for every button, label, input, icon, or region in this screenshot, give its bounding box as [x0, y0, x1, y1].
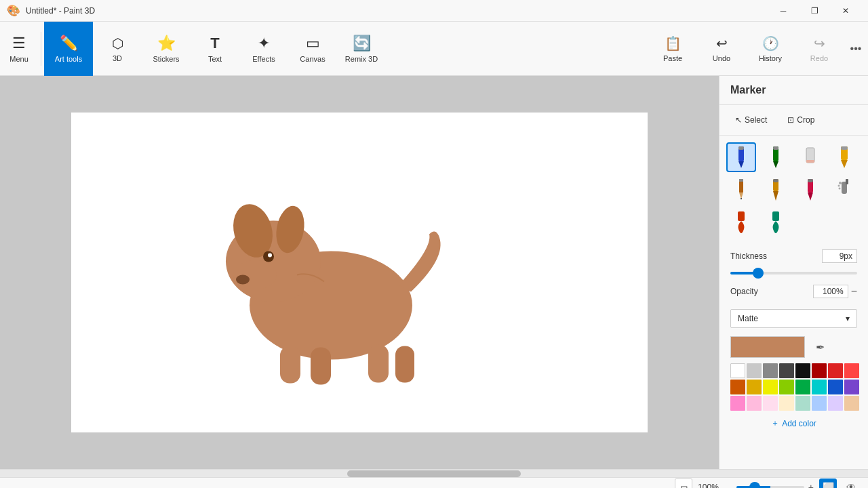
color-cell-7[interactable] — [844, 363, 859, 378]
minimize-button[interactable]: ─ — [768, 0, 799, 22]
main-color-row: ✒ — [730, 336, 857, 358]
history-button[interactable]: 🕐 History — [746, 22, 795, 76]
tool-watercolor[interactable] — [795, 175, 825, 205]
panel-title: Marker — [719, 76, 868, 105]
tool-calligraphy[interactable] — [761, 142, 791, 172]
color-cell-13[interactable] — [812, 380, 827, 394]
zoom-plus-button[interactable]: + — [808, 482, 814, 489]
matte-dropdown[interactable]: Matte ▾ — [730, 309, 857, 328]
spray-icon — [835, 178, 854, 202]
thickness-slider[interactable] — [730, 272, 857, 274]
2d-view-button[interactable]: ⬜ — [819, 479, 837, 489]
watercolor-icon — [801, 178, 820, 202]
remix3d-icon: 🔄 — [353, 35, 371, 52]
color-cell-5[interactable] — [812, 363, 827, 378]
toolbar-effects[interactable]: ✦ Effects — [239, 22, 288, 76]
select-button[interactable]: ↖ Select — [728, 112, 774, 128]
svg-rect-8 — [395, 346, 414, 383]
toolbar-remix3d[interactable]: 🔄 Remix 3D — [337, 22, 386, 76]
maximize-button[interactable]: ❐ — [799, 0, 830, 22]
toolbar-stickers[interactable]: ⭐ Stickers — [142, 22, 191, 76]
color-cell-2[interactable] — [763, 363, 778, 378]
select-label: Select — [745, 115, 767, 125]
canvas-toggle-button[interactable]: ▭ — [675, 479, 692, 489]
horizontal-scrollbar[interactable] — [0, 469, 868, 477]
canvas-area[interactable] — [0, 76, 719, 469]
undo-icon: ↩ — [716, 35, 728, 52]
text-label: Text — [208, 55, 222, 63]
tool-oil-brush[interactable] — [761, 175, 791, 205]
tool-eraser[interactable] — [795, 142, 825, 172]
color-cell-15[interactable] — [844, 380, 859, 394]
tool-highlighter[interactable] — [829, 142, 859, 172]
color-cell-8[interactable] — [730, 380, 745, 394]
toolbar-canvas[interactable]: ▭ Canvas — [288, 22, 337, 76]
menu-button[interactable]: ☰ Menu — [0, 22, 38, 76]
close-button[interactable]: ✕ — [830, 0, 861, 22]
tool-fill-red[interactable] — [726, 207, 756, 237]
color-cell-16[interactable] — [730, 396, 745, 411]
color-cell-1[interactable] — [747, 363, 762, 378]
svg-point-11 — [268, 253, 272, 258]
add-color-button[interactable]: ＋ Add color — [730, 413, 857, 433]
svg-rect-34 — [846, 179, 848, 184]
calligraphy-icon — [766, 145, 785, 169]
toolbar-text[interactable]: T Text — [191, 22, 239, 76]
color-cell-12[interactable] — [795, 380, 810, 394]
color-cell-22[interactable] — [828, 396, 843, 411]
color-cell-23[interactable] — [844, 396, 859, 411]
more-options-button[interactable]: ••• — [844, 22, 868, 76]
zoom-minus-button[interactable]: — — [723, 482, 732, 489]
drawing-canvas[interactable] — [71, 113, 648, 432]
tool-spray[interactable] — [829, 175, 859, 205]
tool-pencil[interactable] — [726, 175, 756, 205]
color-cell-17[interactable] — [747, 396, 762, 411]
svg-point-35 — [839, 182, 842, 184]
toolbar-art-tools[interactable]: ✏️ Art tools — [44, 22, 93, 76]
color-cell-20[interactable] — [795, 396, 810, 411]
color-cell-3[interactable] — [779, 363, 794, 378]
opacity-value[interactable]: 100% — [813, 285, 848, 298]
canvas-label: Canvas — [300, 55, 325, 63]
color-cell-11[interactable] — [779, 380, 794, 394]
thickness-label: Thickness — [730, 251, 767, 261]
color-cell-21[interactable] — [812, 396, 827, 411]
scrollbar-thumb[interactable] — [347, 470, 521, 477]
svg-marker-31 — [808, 192, 813, 201]
svg-marker-21 — [841, 160, 848, 168]
stickers-icon: ⭐ — [157, 35, 176, 52]
current-color-swatch[interactable] — [730, 336, 805, 358]
color-cell-9[interactable] — [747, 380, 762, 394]
opacity-minus-button[interactable]: − — [851, 285, 857, 298]
thickness-value[interactable]: 9px — [822, 249, 857, 263]
menu-label: Menu — [9, 55, 28, 63]
toolbar-3d[interactable]: ⬡ 3D — [93, 22, 142, 76]
crop-button[interactable]: ⊡ Crop — [780, 112, 822, 128]
color-cell-14[interactable] — [828, 380, 843, 394]
titlebar: 🎨 Untitled* - Paint 3D ─ ❐ ✕ — [0, 0, 868, 22]
tool-marker-blue[interactable] — [726, 142, 756, 172]
color-cell-6[interactable] — [828, 363, 843, 378]
svg-point-36 — [838, 185, 840, 187]
titlebar-controls: ─ ❐ ✕ — [768, 0, 861, 22]
color-cell-18[interactable] — [763, 396, 778, 411]
paste-button[interactable]: 📋 Paste — [648, 22, 697, 76]
crop-label: Crop — [797, 115, 814, 125]
color-cell-0[interactable] — [730, 363, 745, 378]
svg-marker-13 — [738, 161, 744, 168]
color-cell-10[interactable] — [763, 380, 778, 394]
color-cell-19[interactable] — [779, 396, 794, 411]
svg-rect-29 — [773, 179, 778, 182]
color-cell-4[interactable] — [795, 363, 810, 378]
stickers-label: Stickers — [153, 55, 179, 63]
svg-rect-25 — [739, 179, 743, 182]
3d-view-button[interactable]: 👁 — [842, 479, 860, 489]
eyedropper-button[interactable]: ✒ — [810, 338, 829, 357]
tool-grid — [719, 136, 868, 244]
svg-point-37 — [839, 188, 841, 190]
undo-button[interactable]: ↩ Undo — [697, 22, 746, 76]
zoom-slider[interactable] — [736, 486, 804, 489]
redo-button[interactable]: ↪ Redo — [795, 22, 844, 76]
tool-fill-teal[interactable] — [761, 207, 791, 237]
dropdown-chevron-icon: ▾ — [846, 314, 850, 323]
